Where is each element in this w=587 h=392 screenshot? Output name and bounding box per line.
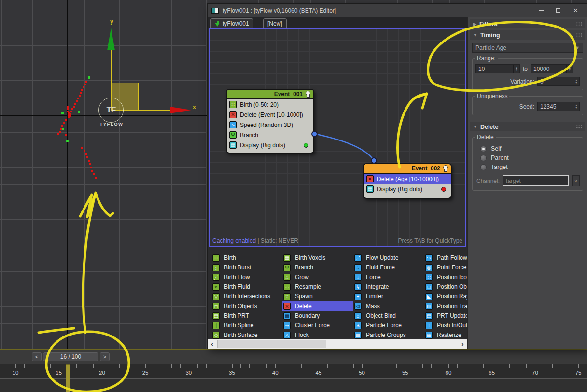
- depot-item-integrate[interactable]: ↳Integrate: [353, 282, 424, 292]
- group-label: Delete: [475, 134, 496, 140]
- channel-picker-button[interactable]: v: [572, 175, 580, 186]
- output-dot-icon[interactable]: [304, 143, 308, 148]
- tab-tyflow001[interactable]: tyFlow001: [210, 18, 253, 28]
- depot-item-grow[interactable]: ∴Grow: [282, 272, 353, 282]
- maximize-icon[interactable]: [556, 8, 560, 13]
- variation-spinner[interactable]: 0 ▲▼: [537, 77, 580, 86]
- depot-item-flock[interactable]: △Flock: [282, 330, 353, 339]
- depot-item-position-tra[interactable]: ▨Position Tra: [424, 301, 467, 311]
- depot-item-spawn[interactable]: ∵Spawn: [282, 292, 353, 301]
- ruler-tick: [414, 364, 414, 368]
- radio-icon[interactable]: [480, 164, 487, 170]
- grip-icon[interactable]: [576, 125, 582, 129]
- grip-icon[interactable]: [576, 33, 582, 37]
- output-connector[interactable]: [311, 131, 318, 137]
- lightbulb-icon[interactable]: [443, 165, 448, 172]
- depot-item-birth-prt[interactable]: ▤Birth PRT: [211, 311, 282, 321]
- seed-spinner[interactable]: 12345 ▲▼: [537, 102, 580, 111]
- operator-row[interactable]: ∷Birth (0-50: 20): [227, 99, 313, 110]
- spinner-arrows-icon[interactable]: ▲▼: [573, 77, 579, 85]
- depot-item-object-bind[interactable]: ⌂Object Bind: [353, 311, 424, 321]
- spinner-arrows-icon[interactable]: ▲▼: [513, 65, 519, 73]
- ruler-tick-label: 70: [529, 370, 541, 376]
- depot-item-birth-flow[interactable]: ⋰Birth Flow: [211, 272, 282, 282]
- depot-item-delete[interactable]: ✕Delete: [282, 301, 353, 311]
- depot-item-boundary[interactable]: ▩Boundary: [282, 311, 353, 321]
- range-to-spinner[interactable]: 10000 ▲▼: [531, 64, 573, 73]
- depot-item-push-in-out[interactable]: ↑Push In/Out: [424, 321, 467, 330]
- depot-item-birth[interactable]: ∷Birth: [211, 253, 282, 263]
- depot-scrollbar[interactable]: ‹ ›: [208, 339, 467, 349]
- depot-item-birth-voxels[interactable]: ▦Birth Voxels: [282, 253, 353, 263]
- scrollbar-thumb[interactable]: [217, 340, 326, 348]
- depot-item-resample[interactable]: ⋯Resample: [282, 282, 353, 292]
- scroll-left-icon[interactable]: ‹: [208, 339, 217, 349]
- next-frame-button[interactable]: >: [100, 352, 110, 361]
- rollout-timing[interactable]: ▼ Timing: [470, 30, 585, 40]
- operator-row[interactable]: ✕Delete (Event [10-1000]): [227, 110, 313, 120]
- spinner-arrows-icon[interactable]: ▲▼: [573, 102, 579, 111]
- tyflow-logo-text: TYFLOW: [98, 121, 125, 126]
- ruler-tick-label: 55: [399, 370, 411, 376]
- depot-item-force[interactable]: ↓Force: [353, 272, 424, 282]
- depot-item-position-ray[interactable]: ◣Position Ray: [424, 292, 467, 301]
- depot-item-point-force[interactable]: ◎Point Force: [424, 263, 467, 272]
- lightbulb-icon[interactable]: [306, 91, 310, 98]
- depot-item-particle-groups[interactable]: ▩Particle Groups: [353, 330, 424, 339]
- collapsed-arrow-icon: ▶: [473, 22, 476, 27]
- minimize-icon[interactable]: [539, 10, 544, 11]
- close-icon[interactable]: ✕: [573, 7, 578, 14]
- radio-self[interactable]: Self: [480, 145, 580, 152]
- spinner-arrows-icon[interactable]: ▲▼: [566, 65, 573, 73]
- operator-row[interactable]: ▦Display (Big dots): [364, 184, 451, 194]
- depot-item-branch[interactable]: ΨBranch: [282, 263, 353, 272]
- playhead[interactable]: [66, 364, 70, 392]
- depot-item-path-follow[interactable]: ↪Path Follow: [424, 253, 467, 263]
- editor-titlebar[interactable]: tyFlow001 : [tyFlow v0,16060 (BETA) Edit…: [208, 4, 587, 17]
- depot-item-birth-surface[interactable]: ◇Birth Surface: [211, 330, 282, 339]
- input-connector[interactable]: [371, 157, 377, 164]
- event-node-002[interactable]: Event_002 ✕Delete (Age [10-10000])▦Displ…: [363, 163, 452, 199]
- depot-item-position-ico[interactable]: ∷Position Ico: [424, 272, 467, 282]
- event-graph-canvas[interactable]: Event_001 ∷Birth (0-50: 20)✕Delete (Even…: [209, 28, 466, 247]
- event-node-header[interactable]: Event_002: [364, 164, 451, 174]
- rollout-filters[interactable]: ▶ Filters: [470, 19, 585, 28]
- operator-row[interactable]: ✕Delete (Age [10-10000]): [364, 174, 451, 184]
- depot-item-birth-objects[interactable]: □Birth Objects: [211, 301, 282, 311]
- depot-item-birth-spline[interactable]: ∫Birth Spline: [211, 321, 282, 330]
- ruler-tick: [336, 364, 336, 368]
- operator-row[interactable]: ΨBranch: [227, 130, 313, 140]
- operator-row[interactable]: ▦Display (Big dots): [227, 140, 313, 150]
- radio-icon[interactable]: [480, 155, 487, 161]
- output-dot-icon[interactable]: [441, 187, 446, 192]
- scroll-right-icon[interactable]: ›: [458, 339, 467, 349]
- range-from-spinner[interactable]: 10 ▲▼: [475, 64, 520, 73]
- grip-icon[interactable]: [576, 22, 582, 26]
- depot-item-mass[interactable]: KGMass: [353, 301, 424, 311]
- depot-item-particle-force[interactable]: ∗Particle Force: [353, 321, 424, 330]
- depot-item-cluster-force[interactable]: ⇒Cluster Force: [282, 321, 353, 330]
- operator-row[interactable]: ↘Speed (Random 3D): [227, 120, 313, 130]
- depot-item-birth-burst[interactable]: ⋮Birth Burst: [211, 263, 282, 272]
- timing-mode-dropdown[interactable]: Particle Age ▼: [472, 43, 583, 53]
- depot-item-flow-update[interactable]: ⋰Flow Update: [353, 253, 424, 263]
- depot-item-rasterize[interactable]: ▦Rasterize: [424, 330, 467, 339]
- event-node-001[interactable]: Event_001 ∷Birth (0-50: 20)✕Delete (Even…: [226, 89, 314, 154]
- depot-item-birth-fluid[interactable]: ≈Birth Fluid: [211, 282, 282, 292]
- depot-item-limiter[interactable]: +Limiter: [353, 292, 424, 301]
- tab-label: tyFlow001: [223, 20, 249, 27]
- channel-input[interactable]: target: [503, 175, 569, 186]
- rollout-delete[interactable]: ▼ Delete: [470, 122, 585, 131]
- radio-target[interactable]: Target: [480, 164, 580, 170]
- depot-item-prt-update[interactable]: ▤PRT Update: [424, 311, 467, 321]
- timeline-ruler[interactable]: 1015202530354045505560657075: [0, 364, 587, 379]
- previous-frame-button[interactable]: <: [32, 352, 42, 361]
- event-node-header[interactable]: Event_001: [227, 90, 313, 99]
- depot-item-birth-intersections[interactable]: ▽Birth Intersections: [211, 292, 282, 301]
- depot-item-fluid-force[interactable]: ≈Fluid Force: [353, 263, 424, 272]
- radio-icon[interactable]: [480, 146, 487, 152]
- depot-item-position-obj[interactable]: □Position Obj: [424, 282, 467, 292]
- radio-parent[interactable]: Parent: [480, 154, 580, 161]
- tab-new[interactable]: [New]: [263, 18, 287, 28]
- frame-counter-field[interactable]: 16 / 100: [43, 352, 98, 361]
